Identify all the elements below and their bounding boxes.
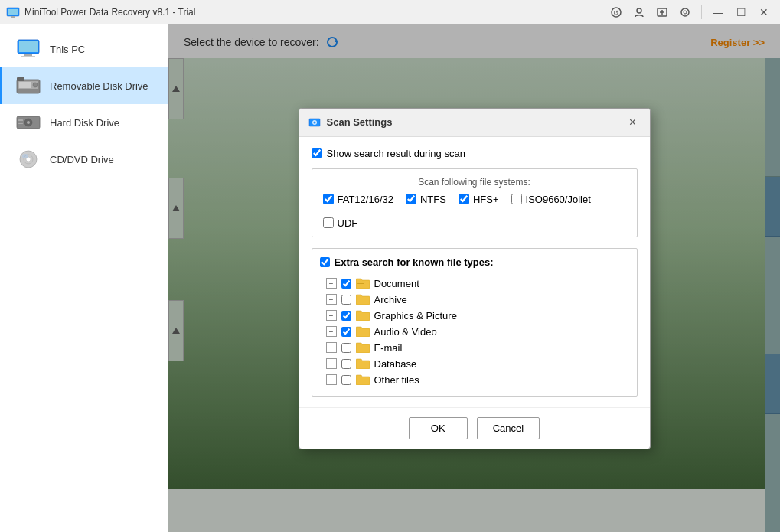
- toolbar-icon-1[interactable]: ↺: [606, 4, 626, 21]
- other-label: Other files: [374, 374, 419, 386]
- svg-rect-13: [21, 56, 35, 57]
- file-type-list: + Document +: [320, 276, 629, 388]
- title-bar: MiniTool Power Data Recovery v8.1 - Tria…: [0, 0, 780, 24]
- svg-point-35: [313, 121, 315, 123]
- dialog-titlebar: Scan Settings ×: [299, 109, 650, 137]
- filetype-archive[interactable]: + Archive: [326, 292, 629, 308]
- show-search-result-checkbox[interactable]: [312, 148, 322, 158]
- filesystems-legend: Scan following file systems:: [323, 177, 626, 188]
- svg-point-6: [637, 8, 641, 13]
- expand-other[interactable]: +: [326, 374, 337, 385]
- extra-search-box: Extra search for known file types: +: [312, 248, 638, 397]
- svg-rect-16: [19, 82, 31, 88]
- toolbar-icon-3[interactable]: [652, 4, 672, 21]
- content-area: Select the device to recover: Register >…: [168, 24, 780, 532]
- svg-rect-22: [18, 119, 23, 121]
- iso-label[interactable]: ISO9660/Joliet: [526, 194, 591, 205]
- maximize-button[interactable]: ☐: [731, 4, 751, 21]
- this-pc-label: This PC: [50, 44, 85, 55]
- svg-rect-12: [24, 54, 32, 56]
- removable-disk-icon: [15, 75, 42, 96]
- svg-point-8: [681, 8, 689, 16]
- toolbar-icon-4[interactable]: [675, 4, 695, 21]
- hdd-label: Hard Disk Drive: [50, 117, 119, 129]
- window-controls: ↺ — ☐ ✕: [606, 4, 774, 21]
- sidebar-item-hdd[interactable]: Hard Disk Drive: [0, 104, 168, 141]
- email-checkbox[interactable]: [341, 343, 351, 353]
- svg-rect-23: [18, 122, 23, 122]
- cd-dvd-label: CD/DVD Drive: [50, 154, 114, 165]
- database-label: Database: [374, 358, 417, 370]
- graphics-checkbox[interactable]: [341, 311, 351, 321]
- svg-rect-3: [9, 18, 17, 18]
- filesys-ntfs: NTFS: [406, 194, 446, 205]
- extra-search-checkbox[interactable]: [320, 257, 330, 267]
- expand-document[interactable]: +: [326, 278, 337, 289]
- svg-rect-24: [18, 123, 23, 124]
- expand-database[interactable]: +: [326, 358, 337, 369]
- cancel-button[interactable]: Cancel: [477, 417, 540, 439]
- svg-rect-37: [357, 283, 364, 284]
- svg-rect-1: [8, 9, 18, 15]
- archive-label: Archive: [374, 294, 407, 305]
- archive-checkbox[interactable]: [341, 295, 351, 305]
- toolbar-icon-2[interactable]: [629, 4, 649, 21]
- filetype-email[interactable]: + E-mail: [326, 340, 629, 356]
- show-search-result-row: Show search result during scan: [312, 148, 638, 159]
- svg-point-17: [33, 83, 38, 87]
- udf-checkbox[interactable]: [323, 217, 334, 228]
- filetype-audio-video[interactable]: + Audio & Video: [326, 324, 629, 340]
- expand-email[interactable]: +: [326, 342, 337, 353]
- hfs-label[interactable]: HFS+: [473, 194, 499, 205]
- app-title: MiniTool Power Data Recovery v8.1 - Tria…: [24, 7, 606, 18]
- expand-audio-video[interactable]: +: [326, 326, 337, 337]
- svg-rect-11: [19, 41, 38, 52]
- iso-checkbox[interactable]: [511, 194, 522, 204]
- expand-graphics[interactable]: +: [326, 310, 337, 321]
- modal-overlay: Scan Settings × Show search result durin…: [168, 24, 780, 532]
- filetype-document[interactable]: + Document: [326, 276, 629, 292]
- ntfs-label[interactable]: NTFS: [420, 194, 446, 205]
- sidebar-item-this-pc[interactable]: This PC: [0, 31, 168, 67]
- fat-checkbox[interactable]: [323, 194, 334, 204]
- udf-label[interactable]: UDF: [338, 217, 358, 229]
- extra-search-label[interactable]: Extra search for known file types:: [335, 256, 494, 268]
- close-button[interactable]: ✕: [754, 4, 774, 21]
- fat-label[interactable]: FAT12/16/32: [338, 194, 393, 205]
- graphics-label: Graphics & Picture: [374, 310, 457, 321]
- extra-search-header: Extra search for known file types:: [320, 256, 629, 268]
- document-folder-icon: [356, 278, 370, 289]
- other-checkbox[interactable]: [341, 375, 351, 385]
- this-pc-icon: [15, 38, 42, 60]
- ok-button[interactable]: OK: [409, 417, 468, 439]
- dialog-footer: OK Cancel: [299, 407, 650, 449]
- filetype-graphics[interactable]: + Graphics & Picture: [326, 308, 629, 324]
- filesys-fat: FAT12/16/32: [323, 194, 393, 205]
- filesys-hfs: HFS+: [459, 194, 499, 205]
- filetype-other[interactable]: + Other files: [326, 372, 629, 388]
- dialog-icon: [308, 116, 321, 129]
- filesystems-options: FAT12/16/32 NTFS HFS+: [323, 194, 626, 229]
- ntfs-checkbox[interactable]: [406, 194, 416, 204]
- filesys-udf: UDF: [323, 217, 358, 229]
- hdd-icon: [15, 112, 42, 133]
- audio-video-checkbox[interactable]: [341, 327, 351, 337]
- dialog-body: Show search result during scan Scan foll…: [299, 137, 650, 407]
- dialog-close-button[interactable]: ×: [625, 115, 641, 130]
- dialog-title-text: Scan Settings: [327, 116, 393, 128]
- minimize-button[interactable]: —: [708, 4, 728, 21]
- expand-archive[interactable]: +: [326, 294, 337, 305]
- show-search-result-label[interactable]: Show search result during scan: [327, 148, 465, 159]
- document-checkbox[interactable]: [341, 279, 351, 289]
- database-checkbox[interactable]: [341, 359, 351, 369]
- filetype-database[interactable]: + Database: [326, 356, 629, 372]
- cd-dvd-icon: [15, 149, 42, 170]
- dialog-title: Scan Settings: [308, 116, 393, 129]
- document-label: Document: [374, 278, 419, 289]
- sidebar-item-removable[interactable]: Removable Disk Drive: [0, 67, 168, 104]
- app-icon: [6, 5, 20, 19]
- sidebar-item-cd-dvd[interactable]: CD/DVD Drive: [0, 141, 168, 178]
- hfs-checkbox[interactable]: [459, 194, 469, 204]
- graphics-folder-icon: [356, 310, 370, 321]
- svg-rect-2: [11, 16, 15, 18]
